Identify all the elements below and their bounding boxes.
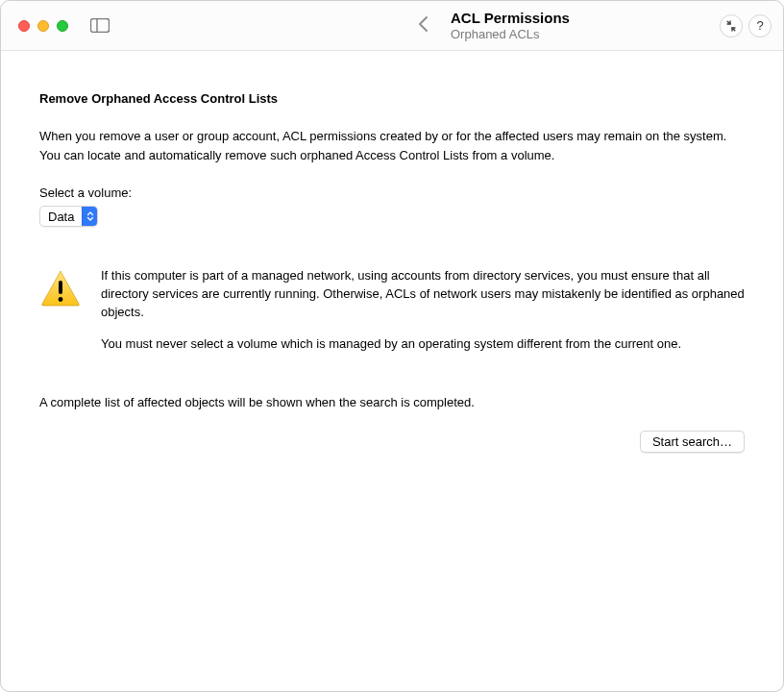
select-caret-icon <box>82 207 97 226</box>
minimize-window-button[interactable] <box>37 20 49 32</box>
warning-text: If this computer is part of a managed ne… <box>101 267 745 366</box>
volume-select-value: Data <box>40 210 82 224</box>
help-icon: ? <box>756 18 763 33</box>
action-row: Start search… <box>39 431 745 453</box>
window-controls <box>18 20 68 32</box>
warning-block: If this computer is part of a managed ne… <box>39 267 745 366</box>
collapse-arrows-icon <box>725 20 737 32</box>
help-button[interactable]: ? <box>748 14 772 37</box>
svg-point-5 <box>59 297 63 302</box>
sidebar-icon <box>90 18 110 33</box>
window-title: ACL Permissions <box>451 9 570 27</box>
volume-select-label: Select a volume: <box>39 185 745 200</box>
app-window: ACL Permissions Orphaned ACLs ? Remove O… <box>0 0 784 692</box>
intro-text: When you remove a user or group account,… <box>39 127 745 164</box>
fullscreen-window-button[interactable] <box>57 20 68 32</box>
chevron-left-icon <box>418 15 429 33</box>
svg-rect-4 <box>59 281 62 294</box>
collapse-button[interactable] <box>720 14 743 37</box>
warning-paragraph-2: You must never select a volume which is … <box>101 335 745 354</box>
title-block: ACL Permissions Orphaned ACLs <box>451 9 570 42</box>
close-window-button[interactable] <box>18 20 30 32</box>
warning-icon <box>39 269 82 308</box>
svg-rect-0 <box>91 19 110 33</box>
page-heading: Remove Orphaned Access Control Lists <box>39 91 745 106</box>
main-content: Remove Orphaned Access Control Lists Whe… <box>1 51 783 691</box>
toolbar-right: ? <box>720 14 772 37</box>
warning-paragraph-1: If this computer is part of a managed ne… <box>101 267 745 322</box>
start-search-button[interactable]: Start search… <box>640 431 745 453</box>
titlebar: ACL Permissions Orphaned ACLs ? <box>1 1 783 51</box>
status-text: A complete list of affected objects will… <box>39 395 745 409</box>
window-subtitle: Orphaned ACLs <box>451 27 570 42</box>
sidebar-toggle-button[interactable] <box>89 18 110 34</box>
volume-select[interactable]: Data <box>39 206 98 227</box>
back-button[interactable] <box>414 11 432 41</box>
